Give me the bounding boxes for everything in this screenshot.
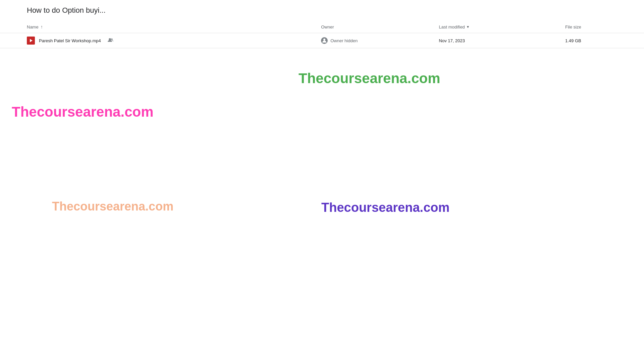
col-header-last-modified[interactable]: Last modified ▾: [434, 21, 560, 33]
file-table: Name ↑ Owner Last modified ▾ File size: [0, 21, 644, 48]
file-name-label: Paresh Patel Sir Workshop.mp4: [39, 38, 101, 43]
watermark-pink: Thecoursearena.com: [12, 104, 154, 120]
table-row[interactable]: Paresh Patel Sir Workshop.mp4: [0, 33, 644, 48]
watermark-green: Thecoursearena.com: [299, 70, 440, 86]
svg-point-3: [111, 39, 113, 41]
watermark-purple: Thecoursearena.com: [321, 200, 449, 215]
file-size-value: 1.49 GB: [560, 33, 644, 48]
svg-point-4: [323, 39, 325, 41]
page-title: How to do Option buyi...: [0, 0, 644, 21]
svg-point-2: [109, 38, 111, 41]
col-header-file-size[interactable]: File size: [560, 21, 644, 33]
col-header-owner[interactable]: Owner: [316, 21, 433, 33]
owner-avatar: [321, 37, 328, 44]
watermark-peach: Thecoursearena.com: [52, 199, 173, 214]
col-header-name[interactable]: Name ↑: [0, 21, 316, 33]
file-owner-cell: Owner hidden: [316, 33, 433, 48]
file-name-cell: Paresh Patel Sir Workshop.mp4: [0, 33, 316, 48]
file-modified-date: Nov 17, 2023: [434, 33, 560, 48]
shared-icon: [108, 38, 114, 44]
sort-arrow-icon: ↑: [41, 24, 43, 29]
owner-name-label: Owner hidden: [330, 38, 358, 43]
sort-dropdown-icon: ▾: [467, 24, 469, 29]
video-file-icon: [27, 37, 35, 45]
